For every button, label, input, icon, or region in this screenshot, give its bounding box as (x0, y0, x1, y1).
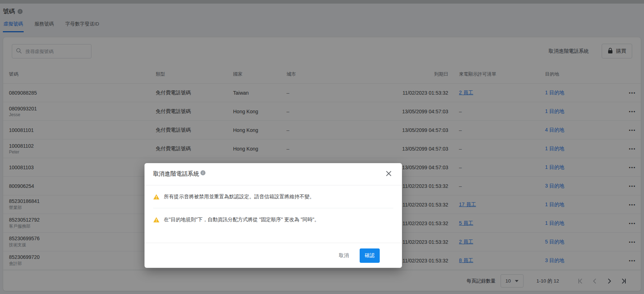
warning-text: 所有提示音將被禁用並重置為默認設定。語音信箱設置將維持不變。 (164, 194, 314, 200)
warning-item: 在"目的地規則"下，自動資訊分配方式將從 "固定順序" 更改為 "同時"。 (153, 208, 393, 231)
confirm-button[interactable]: 確認 (360, 248, 380, 263)
close-icon[interactable] (385, 170, 393, 178)
warning-text: 在"目的地規則"下，自動資訊分配方式將從 "固定順序" 更改為 "同時"。 (164, 217, 319, 223)
warning-icon (153, 217, 160, 223)
warning-item: 所有提示音將被禁用並重置為默認設定。語音信箱設置將維持不變。 (153, 185, 393, 208)
cancel-button[interactable]: 取消 (339, 252, 349, 259)
warning-icon (153, 194, 160, 200)
cancel-advanced-phone-system-dialog: 取消進階電話系統 i 所有提示音將被禁用並重置為默認設定。語音信箱設置將維持不變… (145, 163, 402, 268)
dialog-title: 取消進階電話系統 (153, 170, 199, 178)
dialog-info-icon[interactable]: i (200, 170, 205, 175)
